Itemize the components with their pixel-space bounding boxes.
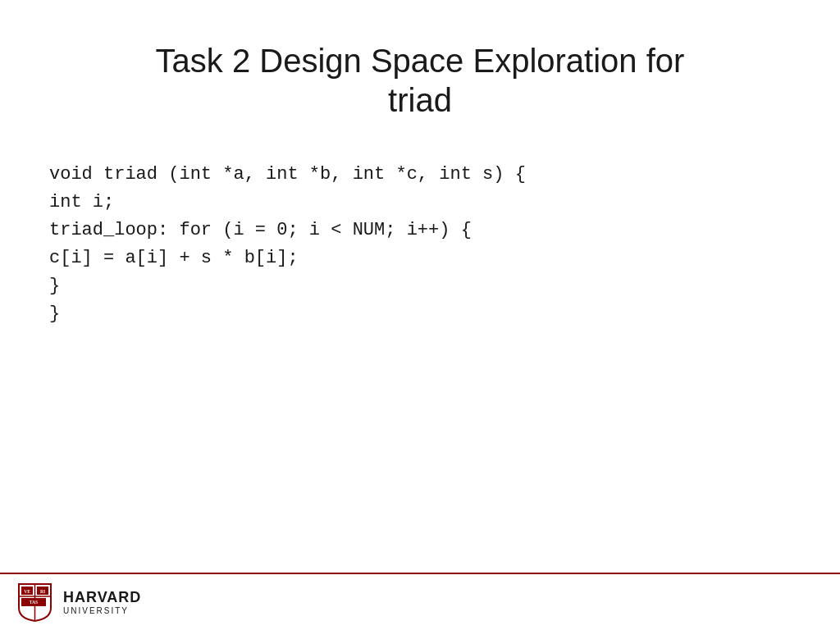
svg-text:VE: VE [24, 589, 30, 594]
code-line-4: c[i] = a[i] + s * b[i]; [49, 244, 799, 272]
code-line-3: triad_loop: for (i = 0; i < NUM; i++) { [49, 217, 799, 244]
slide-container: Task 2 Design Space Exploration for tria… [0, 0, 840, 630]
svg-text:RI: RI [40, 589, 45, 594]
harvard-text: HARVARD UNIVERSITY [63, 589, 141, 615]
slide-footer: VE RI TAS HARVARD UNIVERSITY [0, 573, 840, 630]
code-line-5: } [49, 272, 799, 300]
harvard-university-label: UNIVERSITY [63, 606, 141, 615]
slide-title: Task 2 Design Space Exploration for tria… [41, 41, 799, 120]
code-block: void triad (int *a, int *b, int *c, int … [49, 161, 799, 329]
svg-text:TAS: TAS [30, 600, 38, 605]
harvard-name: HARVARD [63, 589, 141, 606]
code-line-2: int i; [49, 189, 799, 217]
code-line-6: } [49, 300, 799, 328]
slide-content: Task 2 Design Space Exploration for tria… [0, 0, 840, 573]
harvard-shield-icon: VE RI TAS [16, 582, 53, 623]
code-line-1: void triad (int *a, int *b, int *c, int … [49, 161, 799, 189]
